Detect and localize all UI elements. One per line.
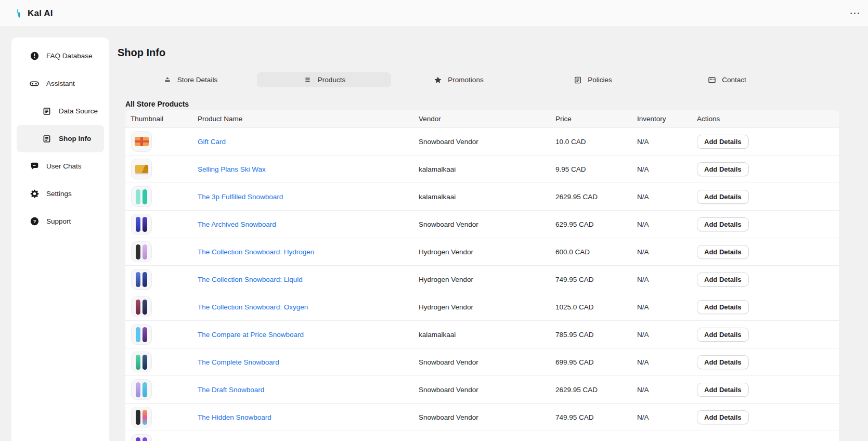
thumbnail-cell	[125, 407, 198, 427]
vendor-cell: Snowboard Vendor	[419, 138, 555, 146]
snowboard-image	[136, 272, 140, 287]
product-link[interactable]: The Collection Snowboard: Liquid	[198, 276, 303, 283]
contact-card-icon	[707, 76, 717, 84]
inventory-cell: N/A	[637, 331, 697, 339]
tab-store-details[interactable]: Store Details	[123, 72, 257, 87]
sidebar-item-label: Assistant	[46, 80, 75, 87]
inventory-cell: N/A	[637, 138, 697, 146]
add-details-button[interactable]: Add Details	[697, 273, 749, 287]
actions-cell: Add Details	[697, 328, 839, 342]
product-name-cell: The Collection Snowboard: Liquid	[198, 276, 419, 283]
thumbnail-cell	[125, 159, 198, 179]
svg-text:?: ?	[33, 219, 36, 224]
table-row: The Collection Snowboard: Liquid Hydroge…	[125, 265, 839, 293]
overflow-menu-button[interactable]: ···	[850, 9, 861, 18]
snowboard-image	[142, 410, 147, 425]
add-details-button[interactable]: Add Details	[697, 135, 749, 149]
inventory-cell: N/A	[637, 276, 697, 283]
snowboard-image	[136, 244, 140, 260]
price-cell: 749.95 CAD	[555, 413, 637, 421]
chat-icon	[29, 162, 40, 171]
product-link[interactable]: The 3p Fulfilled Snowboard	[198, 193, 283, 201]
product-name-cell: Selling Plans Ski Wax	[198, 165, 419, 173]
sidebar-item-settings[interactable]: Settings	[17, 180, 104, 207]
product-link[interactable]: Gift Card	[198, 138, 226, 146]
price-cell: 2629.95 CAD	[555, 193, 637, 201]
products-table-card: ThumbnailProduct NameVendorPriceInventor…	[125, 110, 839, 441]
tab-policies[interactable]: Policies	[525, 72, 659, 87]
product-name-cell: The Complete Snowboard	[198, 358, 419, 366]
robot-icon	[29, 79, 40, 89]
snowboard-image	[142, 244, 147, 260]
sidebar-item-shop-info[interactable]: Shop Info	[17, 125, 104, 152]
vendor-cell: Snowboard Vendor	[419, 386, 555, 394]
add-details-button[interactable]: Add Details	[697, 328, 749, 342]
price-cell: 785.95 CAD	[555, 331, 637, 339]
sidebar-item-faq-database[interactable]: FAQ Database	[17, 42, 104, 70]
actions-cell: Add Details	[697, 383, 839, 397]
inventory-cell: N/A	[637, 193, 697, 201]
product-name-cell: The Draft Snowboard	[198, 386, 419, 394]
product-link[interactable]: The Compare at Price Snowboard	[198, 331, 304, 339]
sidebar-item-support[interactable]: ? Support	[17, 207, 104, 235]
add-details-button[interactable]: Add Details	[697, 300, 749, 314]
page-title: Shop Info	[118, 47, 165, 59]
add-details-button[interactable]: Add Details	[697, 355, 749, 369]
actions-cell: Add Details	[697, 300, 839, 314]
ski-wax-image	[135, 165, 148, 173]
add-details-button[interactable]: Add Details	[697, 245, 749, 259]
add-details-button[interactable]: Add Details	[697, 190, 749, 204]
product-name-cell: The Archived Snowboard	[198, 220, 419, 228]
actions-cell: Add Details	[697, 355, 839, 369]
table-header-row: ThumbnailProduct NameVendorPriceInventor…	[125, 110, 839, 127]
add-details-button[interactable]: Add Details	[697, 217, 749, 231]
tab-label: Promotions	[448, 76, 483, 84]
snowboard-image	[136, 410, 140, 425]
add-details-button[interactable]: Add Details	[697, 410, 749, 424]
product-link[interactable]: The Collection Snowboard: Oxygen	[198, 303, 308, 311]
actions-cell: Add Details	[697, 273, 839, 287]
snowboard-image	[142, 272, 147, 287]
section-title: All Store Products	[125, 100, 189, 108]
table-row: The Collection Snowboard: Oxygen Hydroge…	[125, 293, 839, 320]
tab-products[interactable]: Products	[257, 72, 391, 87]
sidebar-item-label: Shop Info	[59, 135, 91, 142]
sidebar-item-assistant[interactable]: Assistant	[17, 70, 104, 97]
product-link[interactable]: The Archived Snowboard	[198, 220, 276, 228]
tab-label: Products	[318, 76, 345, 84]
price-cell: 2629.95 CAD	[555, 386, 637, 394]
inventory-cell: N/A	[637, 358, 697, 366]
vendor-cell: kalamalkaai	[419, 165, 555, 173]
thumbnail-cell	[125, 241, 198, 262]
sidebar-item-user-chats[interactable]: User Chats	[17, 152, 104, 180]
sidebar-item-data-source[interactable]: Data Source	[17, 97, 104, 125]
thumbnail-cell	[125, 352, 198, 372]
column-header-vendor: Vendor	[419, 115, 555, 123]
table-row: The Compare at Price Snowboard kalamalka…	[125, 320, 839, 348]
column-header-actions: Actions	[697, 115, 839, 123]
inventory-cell: N/A	[637, 386, 697, 394]
vendor-cell: Hydrogen Vendor	[419, 248, 555, 256]
thumbnail-cell	[125, 324, 198, 345]
snowboard-image	[136, 382, 140, 397]
tab-contact[interactable]: Contact	[659, 72, 794, 87]
kal-ai-logo-icon	[15, 8, 23, 19]
add-details-button[interactable]: Add Details	[697, 383, 749, 397]
snowboard-image	[136, 437, 140, 441]
add-details-button[interactable]: Add Details	[697, 162, 749, 176]
product-link[interactable]: Selling Plans Ski Wax	[198, 165, 266, 173]
product-link[interactable]: The Draft Snowboard	[198, 386, 264, 394]
product-link[interactable]: The Complete Snowboard	[198, 358, 279, 366]
actions-cell: Add Details	[697, 410, 839, 424]
tab-label: Contact	[722, 76, 746, 84]
product-link[interactable]: The Collection Snowboard: Hydrogen	[198, 248, 314, 256]
product-thumbnail	[131, 434, 152, 441]
tab-promotions[interactable]: Promotions	[391, 72, 525, 87]
alert-circle-icon	[29, 51, 40, 60]
product-link[interactable]: The Hidden Snowboard	[198, 413, 271, 421]
app-title: Kal AI	[28, 8, 53, 19]
tab-label: Store Details	[177, 76, 217, 84]
table-row: The Draft Snowboard Snowboard Vendor 262…	[125, 375, 839, 403]
vendor-cell: kalamalkaai	[419, 331, 555, 339]
star-icon	[433, 76, 443, 84]
